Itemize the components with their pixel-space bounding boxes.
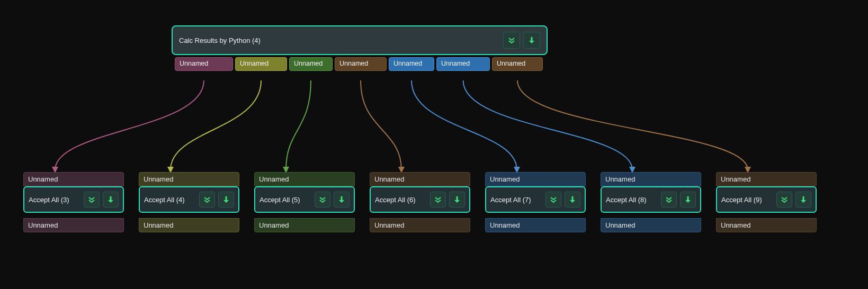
input-port[interactable]: Unnamed xyxy=(23,172,124,186)
node-buttons xyxy=(430,192,465,207)
port-name: Unnamed xyxy=(605,175,635,183)
output-port-str[interactable]: Unnamed xyxy=(335,57,387,71)
expand-down-icon[interactable] xyxy=(776,192,792,207)
port-name: Unnamed xyxy=(605,221,635,229)
expand-down-icon[interactable] xyxy=(315,192,330,207)
wire-p2d xyxy=(463,80,633,170)
node-accept-all-1[interactable]: UnnamedAccept All (4)Unnamed xyxy=(139,172,239,232)
node-title: Accept All (8) xyxy=(606,196,647,204)
node-buttons xyxy=(84,192,119,207)
wire-bool xyxy=(286,80,311,170)
port-name: Unnamed xyxy=(441,60,485,68)
wire-idx xyxy=(171,80,261,170)
output-port-pose[interactable]: Unnamed xyxy=(389,57,434,71)
output-port[interactable]: Unnamed xyxy=(485,218,586,232)
output-port[interactable]: Unnamed xyxy=(139,218,239,232)
node-accept-all-4[interactable]: UnnamedAccept All (7)Unnamed xyxy=(485,172,586,232)
arrow-down-icon[interactable] xyxy=(103,192,119,207)
wire-num xyxy=(55,80,204,170)
port-name: Unnamed xyxy=(374,221,404,229)
arrow-down-icon[interactable] xyxy=(565,192,580,207)
node-calc-results[interactable]: Calc Results by Python (4) xyxy=(172,25,548,55)
node-body[interactable]: Accept All (8) xyxy=(601,186,701,213)
port-name: Unnamed xyxy=(721,175,750,183)
node-title: Accept All (5) xyxy=(259,196,300,204)
node-accept-all-3[interactable]: UnnamedAccept All (6)Unnamed xyxy=(370,172,470,232)
output-port[interactable]: Unnamed xyxy=(716,218,817,232)
port-name: Unnamed xyxy=(28,221,58,229)
output-port[interactable]: Unnamed xyxy=(370,218,470,232)
port-name: Unnamed xyxy=(339,60,382,68)
port-name: Unnamed xyxy=(497,60,538,68)
node-title: Accept All (4) xyxy=(144,196,185,204)
port-name: Unnamed xyxy=(294,60,328,68)
input-port[interactable]: Unnamed xyxy=(485,172,586,186)
arrow-down-icon[interactable] xyxy=(680,192,696,207)
arrow-down-icon[interactable] xyxy=(449,192,465,207)
port-name: Unnamed xyxy=(144,221,173,229)
node-body[interactable]: Accept All (3) xyxy=(23,186,124,213)
node-buttons xyxy=(776,192,811,207)
node-accept-all-5[interactable]: UnnamedAccept All (8)Unnamed xyxy=(601,172,701,232)
node-body[interactable]: Accept All (6) xyxy=(370,186,470,213)
output-port[interactable]: Unnamed xyxy=(601,218,701,232)
input-port[interactable]: Unnamed xyxy=(254,172,355,186)
arrow-down-icon[interactable] xyxy=(523,32,540,49)
output-port-s3d[interactable]: Unnamed xyxy=(492,57,543,71)
port-name: Unnamed xyxy=(490,221,520,229)
expand-down-icon[interactable] xyxy=(545,192,561,207)
node-body[interactable]: Accept All (5) xyxy=(254,186,355,213)
output-port-bool[interactable]: Unnamed xyxy=(289,57,333,71)
input-port[interactable]: Unnamed xyxy=(716,172,817,186)
output-port-idx[interactable]: Unnamed xyxy=(235,57,287,71)
port-name: Unnamed xyxy=(490,175,520,183)
input-port[interactable]: Unnamed xyxy=(370,172,470,186)
graph-canvas[interactable]: Calc Results by Python (4) UnnamedUnname… xyxy=(0,0,868,289)
port-name: Unnamed xyxy=(393,60,429,68)
expand-down-icon[interactable] xyxy=(430,192,446,207)
port-name: Unnamed xyxy=(240,60,282,68)
node-accept-all-6[interactable]: UnnamedAccept All (9)Unnamed xyxy=(716,172,817,232)
port-name: Unnamed xyxy=(144,175,173,183)
output-port-num[interactable]: Unnamed xyxy=(175,57,233,71)
node-body[interactable]: Accept All (7) xyxy=(485,186,586,213)
port-name: Unnamed xyxy=(374,175,404,183)
node-accept-all-0[interactable]: UnnamedAccept All (3)Unnamed xyxy=(23,172,124,232)
node-buttons xyxy=(199,192,234,207)
node-body[interactable]: Accept All (4) xyxy=(139,186,239,213)
node-buttons xyxy=(315,192,350,207)
expand-down-icon[interactable] xyxy=(84,192,100,207)
input-port[interactable]: Unnamed xyxy=(601,172,701,186)
arrow-down-icon[interactable] xyxy=(795,192,811,207)
node-header[interactable]: Calc Results by Python (4) xyxy=(172,25,548,55)
port-name: Unnamed xyxy=(259,175,289,183)
wire-s3d xyxy=(517,80,748,170)
node-title: Calc Results by Python (4) xyxy=(179,37,261,44)
node-buttons xyxy=(661,192,696,207)
node-title: Accept All (3) xyxy=(29,196,69,204)
port-name: Unnamed xyxy=(259,221,289,229)
output-port[interactable]: Unnamed xyxy=(254,218,355,232)
port-name: Unnamed xyxy=(180,60,228,68)
expand-down-icon[interactable] xyxy=(661,192,677,207)
output-port-p2d[interactable]: Unnamed xyxy=(436,57,490,71)
port-name: Unnamed xyxy=(28,175,58,183)
wire-pose xyxy=(411,80,517,170)
expand-down-icon[interactable] xyxy=(199,192,215,207)
port-name: Unnamed xyxy=(721,221,750,229)
node-buttons xyxy=(503,32,540,49)
node-buttons xyxy=(545,192,580,207)
node-title: Accept All (7) xyxy=(490,196,531,204)
node-title: Accept All (9) xyxy=(721,196,762,204)
output-port[interactable]: Unnamed xyxy=(23,218,124,232)
node-title: Accept All (6) xyxy=(375,196,416,204)
expand-down-icon[interactable] xyxy=(503,32,520,49)
wire-str xyxy=(361,80,401,170)
arrow-down-icon[interactable] xyxy=(334,192,350,207)
node-accept-all-2[interactable]: UnnamedAccept All (5)Unnamed xyxy=(254,172,355,232)
node-body[interactable]: Accept All (9) xyxy=(716,186,817,213)
input-port[interactable]: Unnamed xyxy=(139,172,239,186)
arrow-down-icon[interactable] xyxy=(218,192,234,207)
